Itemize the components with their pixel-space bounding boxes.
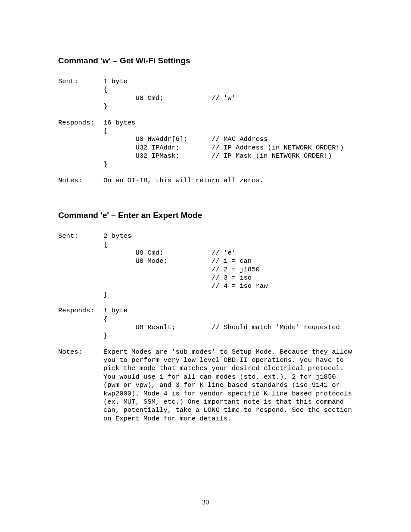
label-notes: Notes: — [58, 348, 103, 356]
label-responds: Responds: — [58, 307, 103, 314]
body-responds-w: 16 bytes { U8 HWAddr[6]; // MAC Address … — [103, 119, 344, 169]
entry-responds-e: Responds: 1 byte { U8 Result; // Should … — [58, 307, 353, 340]
body-notes-w: On an OT-1B, this will return all zeros. — [103, 177, 264, 185]
entry-notes-w: Notes: On an OT-1B, this will return all… — [58, 177, 353, 185]
body-sent-e: 2 bytes { U8 Cmd; // 'e' U8 Mode; // 1 =… — [103, 232, 268, 299]
body-notes-e: Expert Modes are 'sub modes' to Setup Mo… — [103, 348, 353, 423]
entry-sent-w: Sent: 1 byte { U8 Cmd; // 'w' } — [58, 78, 353, 111]
entry-sent-e: Sent: 2 bytes { U8 Cmd; // 'e' U8 Mode; … — [58, 232, 353, 299]
entry-notes-e: Notes: Expert Modes are 'sub modes' to S… — [58, 348, 353, 423]
body-responds-e: 1 byte { U8 Result; // Should match 'Mod… — [103, 307, 340, 340]
entry-responds-w: Responds: 16 bytes { U8 HWAddr[6]; // MA… — [58, 119, 353, 169]
label-notes: Notes: — [58, 177, 103, 184]
page-number: 30 — [0, 498, 411, 506]
heading-command-w: Command 'w' – Get Wi-Fi Settings — [58, 56, 353, 65]
label-sent: Sent: — [58, 232, 103, 240]
label-sent: Sent: — [58, 78, 103, 85]
label-responds: Responds: — [58, 119, 103, 127]
heading-command-e: Command 'e' – Enter an Expert Mode — [58, 211, 353, 220]
page-container: Command 'w' – Get Wi-Fi Settings Sent: 1… — [0, 0, 411, 532]
body-sent-w: 1 byte { U8 Cmd; // 'w' } — [103, 78, 236, 111]
